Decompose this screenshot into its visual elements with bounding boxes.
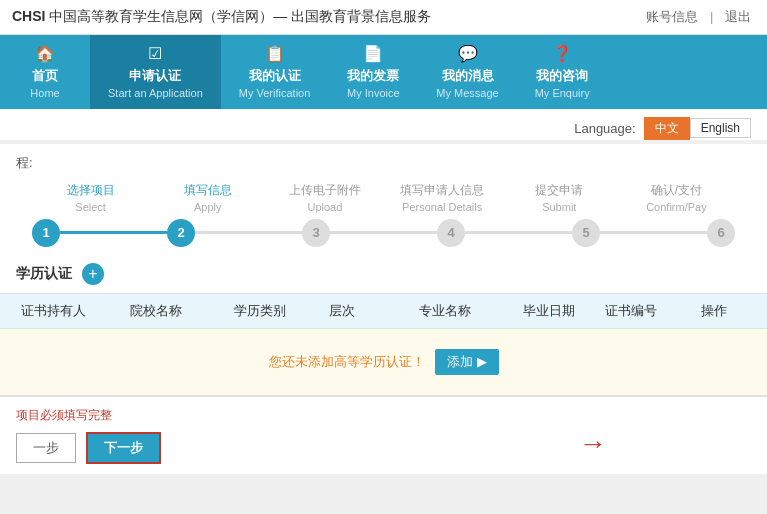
- add-record-btn[interactable]: 添加 ▶: [435, 349, 499, 375]
- nav-message-zh: 我的消息: [442, 67, 494, 85]
- col-school: 院校名称: [95, 302, 219, 320]
- enquiry-icon: ❓: [552, 43, 572, 65]
- step-6-wrap: 6: [707, 219, 735, 247]
- col-certno: 证书编号: [590, 302, 673, 320]
- progress-section: 程: 选择项目 Select 填写信息 Apply 上传电子附件 Upload …: [0, 144, 767, 255]
- nav-invoice-zh: 我的发票: [347, 67, 399, 85]
- message-icon: 💬: [458, 43, 478, 65]
- col-level: 层次: [301, 302, 384, 320]
- step-line-4: [465, 231, 572, 234]
- steps-circles: 1 2 3 4 5 6: [16, 213, 751, 255]
- logout-link[interactable]: 退出: [725, 9, 751, 24]
- header-title: CHSI 中国高等教育学生信息网（学信网）— 出国教育背景信息服务: [12, 8, 431, 26]
- footer-buttons: 一步 下一步: [16, 432, 751, 464]
- verification-icon: 📋: [265, 43, 285, 65]
- step-2-circle: 2: [167, 219, 195, 247]
- step-1-wrap: 1: [32, 219, 167, 247]
- step-1-circle: 1: [32, 219, 60, 247]
- add-record-label: 添加: [447, 353, 473, 371]
- step-3-label: 上传电子附件 Upload: [266, 182, 383, 213]
- section-header: 学历认证 +: [0, 255, 767, 294]
- next-button[interactable]: 下一步: [86, 432, 161, 464]
- add-record-icon: ▶: [477, 354, 487, 369]
- prev-button[interactable]: 一步: [16, 433, 76, 463]
- col-type: 学历类别: [218, 302, 301, 320]
- step-line-3: [330, 231, 437, 234]
- step-line-5: [600, 231, 707, 234]
- nav-home-zh: 首页: [32, 67, 58, 85]
- nav-apply[interactable]: ☑ 申请认证 Start an Application: [90, 35, 221, 109]
- empty-message: 您还未添加高等学历认证！: [269, 353, 425, 371]
- nav-enquiry-zh: 我的咨询: [536, 67, 588, 85]
- step-3-wrap: 3: [302, 219, 437, 247]
- step-5-label: 提交申请 Submit: [501, 182, 618, 213]
- step-4-label: 填写申请人信息 Personal Details: [384, 182, 501, 213]
- header-links: 账号信息 | 退出: [642, 8, 755, 26]
- nav-verification-zh: 我的认证: [249, 67, 301, 85]
- account-link[interactable]: 账号信息: [646, 9, 698, 24]
- nav-enquiry[interactable]: ❓ 我的咨询 My Enquiry: [517, 35, 608, 109]
- step-5-circle: 5: [572, 219, 600, 247]
- footer-section: 项目必须填写完整 一步 下一步 ←: [0, 395, 767, 474]
- progress-label: 程:: [16, 154, 751, 172]
- language-section: Language: 中文 English: [0, 109, 767, 140]
- col-holder: 证书持有人: [12, 302, 95, 320]
- lang-en-btn[interactable]: English: [690, 118, 751, 138]
- step-6-circle: 6: [707, 219, 735, 247]
- step-4-circle: 4: [437, 219, 465, 247]
- step-3-circle: 3: [302, 219, 330, 247]
- nav-message-en: My Message: [436, 86, 498, 101]
- nav-verification[interactable]: 📋 我的认证 My Verification: [221, 35, 329, 109]
- nav-invoice-en: My Invoice: [347, 86, 400, 101]
- apply-icon: ☑: [148, 43, 162, 65]
- nav-invoice[interactable]: 📄 我的发票 My Invoice: [328, 35, 418, 109]
- table-header: 证书持有人 院校名称 学历类别 层次 专业名称 毕业日期 证书编号 操作: [0, 294, 767, 329]
- navigation: 🏠 首页 Home ☑ 申请认证 Start an Application 📋 …: [0, 35, 767, 109]
- section-title: 学历认证: [16, 265, 72, 283]
- invoice-icon: 📄: [363, 43, 383, 65]
- home-icon: 🏠: [35, 43, 55, 65]
- site-title: 中国高等教育学生信息网（学信网）— 出国教育背景信息服务: [49, 8, 431, 24]
- step-1-label: 选择项目 Select: [32, 182, 149, 213]
- steps-labels: 选择项目 Select 填写信息 Apply 上传电子附件 Upload 填写申…: [16, 178, 751, 213]
- language-label: Language:: [574, 121, 635, 136]
- nav-home[interactable]: 🏠 首页 Home: [0, 35, 90, 109]
- separator: |: [710, 9, 713, 24]
- col-action: 操作: [672, 302, 755, 320]
- step-4-wrap: 4: [437, 219, 572, 247]
- nav-message[interactable]: 💬 我的消息 My Message: [418, 35, 516, 109]
- col-major: 专业名称: [384, 302, 508, 320]
- step-6-label: 确认/支付 Confirm/Pay: [618, 182, 735, 213]
- nav-home-en: Home: [30, 86, 59, 101]
- step-line-1: [60, 231, 167, 234]
- step-line-2: [195, 231, 302, 234]
- lang-zh-btn[interactable]: 中文: [644, 117, 690, 140]
- add-section-btn[interactable]: +: [82, 263, 104, 285]
- step-2-label: 填写信息 Apply: [149, 182, 266, 213]
- arrow-indicator: ←: [579, 428, 607, 460]
- col-date: 毕业日期: [507, 302, 590, 320]
- nav-apply-zh: 申请认证: [129, 67, 181, 85]
- logo: CHSI: [12, 8, 45, 24]
- table-empty-row: 您还未添加高等学历认证！ 添加 ▶: [0, 329, 767, 395]
- nav-apply-en: Start an Application: [108, 86, 203, 101]
- nav-enquiry-en: My Enquiry: [535, 86, 590, 101]
- header: CHSI 中国高等教育学生信息网（学信网）— 出国教育背景信息服务 账号信息 |…: [0, 0, 767, 35]
- step-2-wrap: 2: [167, 219, 302, 247]
- step-5-wrap: 5: [572, 219, 707, 247]
- nav-verification-en: My Verification: [239, 86, 311, 101]
- footer-note: 项目必须填写完整: [16, 407, 751, 424]
